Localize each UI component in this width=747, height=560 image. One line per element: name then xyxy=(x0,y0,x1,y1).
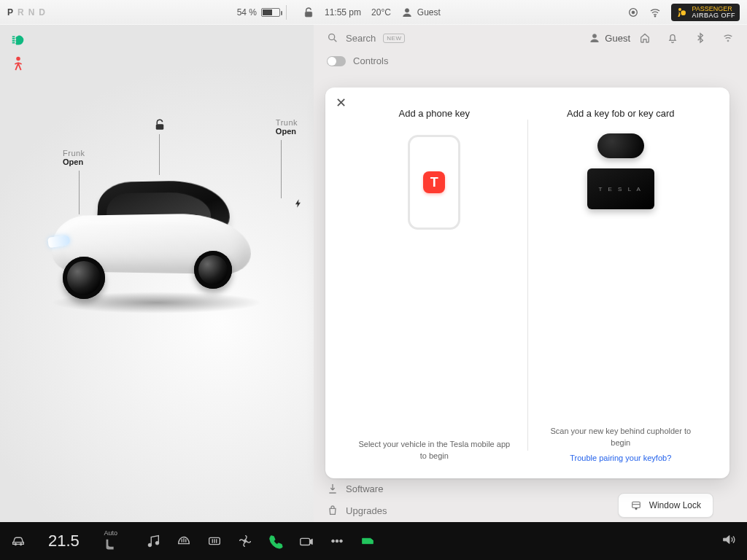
profile-name: Guest xyxy=(417,7,441,18)
charge-port-button[interactable] xyxy=(293,198,303,211)
defrost-rear-button[interactable] xyxy=(206,533,222,549)
seat-mode-label: Auto xyxy=(104,529,118,537)
vehicle-panel: Frunk Open Trunk Open xyxy=(0,25,314,522)
svg-point-15 xyxy=(20,543,22,545)
window-lock-button[interactable]: Window Lock xyxy=(618,493,713,518)
touchscreen: PRND 54 % 11:55 pm 20°C Guest PASSENGERA… xyxy=(0,0,747,560)
frunk-button[interactable]: Frunk Open xyxy=(63,149,85,166)
profile-menu[interactable]: Guest xyxy=(401,7,441,18)
seatbelt-warning-icon xyxy=(10,55,26,71)
settings-panel: Search NEW Guest Controls xyxy=(314,25,747,522)
profile-chip-label: Guest xyxy=(605,33,630,44)
svg-point-6 xyxy=(681,10,686,15)
vehicle-lock-button[interactable] xyxy=(153,118,166,134)
svg-point-7 xyxy=(16,57,20,61)
music-button[interactable] xyxy=(145,533,161,549)
toggle-icon xyxy=(327,56,346,66)
main-area: Frunk Open Trunk Open xyxy=(0,25,747,522)
option-title: Add a key fob or key card xyxy=(567,108,674,119)
keys-graphic: T E S L A xyxy=(587,133,654,209)
option-desc: Scan your new key behind cupholder to be… xyxy=(541,426,700,449)
status-bar: PRND 54 % 11:55 pm 20°C Guest PASSENGERA… xyxy=(0,0,747,25)
bluetooth-icon[interactable] xyxy=(694,32,706,44)
svg-rect-8 xyxy=(156,124,164,130)
option-title: Add a phone key xyxy=(399,108,471,119)
dashcam-button[interactable] xyxy=(360,533,376,549)
gear-selector: PRND xyxy=(7,7,50,18)
svg-point-19 xyxy=(244,540,247,542)
search-icon xyxy=(327,32,338,44)
svg-rect-0 xyxy=(305,12,311,17)
settings-search[interactable]: Search NEW xyxy=(327,32,580,44)
cabin-temp[interactable]: 21.5 xyxy=(48,532,80,551)
download-icon xyxy=(327,483,338,494)
bottom-dock: 21.5 Auto xyxy=(0,522,747,560)
more-apps-button[interactable] xyxy=(329,533,345,549)
battery-icon xyxy=(261,8,280,17)
home-icon[interactable] xyxy=(639,32,651,44)
camera-button[interactable] xyxy=(298,533,314,549)
person-icon xyxy=(401,7,413,18)
svg-point-4 xyxy=(654,15,656,17)
close-button[interactable]: ✕ xyxy=(336,96,347,109)
unlock-icon xyxy=(303,7,314,18)
add-phone-key-option[interactable]: Add a phone key T Select your vehicle in… xyxy=(341,105,527,465)
window-lock-icon xyxy=(630,499,642,511)
airbag-warning: PASSENGERAIRBAG OFF xyxy=(671,4,740,21)
bag-icon xyxy=(327,505,338,516)
car-controls-button[interactable] xyxy=(10,532,26,551)
keycard-graphic: T E S L A xyxy=(587,168,654,209)
battery-status[interactable]: 54 % xyxy=(237,7,280,18)
svg-point-16 xyxy=(148,543,152,547)
volume-button[interactable] xyxy=(721,532,737,551)
defrost-front-button[interactable] xyxy=(176,533,192,549)
sentry-icon[interactable] xyxy=(627,7,639,18)
person-icon xyxy=(589,32,600,44)
svg-point-10 xyxy=(593,34,597,38)
settings-tab-controls[interactable]: Controls xyxy=(314,51,747,71)
new-badge: NEW xyxy=(383,34,405,43)
search-label: Search xyxy=(346,33,376,44)
svg-point-17 xyxy=(155,541,159,545)
vehicle-render xyxy=(29,171,270,316)
svg-point-9 xyxy=(329,34,335,40)
add-keyfob-option[interactable]: Add a key fob or key card T E S L A Scan… xyxy=(528,105,713,465)
phone-button[interactable] xyxy=(268,533,284,549)
wifi-small-icon[interactable] xyxy=(722,32,734,44)
controls-label: Controls xyxy=(353,55,388,66)
keyfob-graphic xyxy=(597,133,644,158)
driver-profile-chip[interactable]: Guest xyxy=(589,32,630,44)
option-desc: Select your vehicle in the Tesla mobile … xyxy=(355,439,514,462)
telltale-cluster xyxy=(10,32,26,71)
window-lock-label: Window Lock xyxy=(649,500,701,510)
svg-point-13 xyxy=(635,508,637,510)
seat-heater-button[interactable]: Auto xyxy=(103,529,119,553)
bell-icon[interactable] xyxy=(667,32,678,44)
trouble-pairing-link[interactable]: Trouble pairing your keyfob? xyxy=(570,454,671,462)
lock-status[interactable] xyxy=(303,7,314,18)
wifi-icon[interactable] xyxy=(649,7,661,18)
svg-point-23 xyxy=(339,540,342,542)
svg-point-1 xyxy=(405,8,409,12)
tesla-app-icon: T xyxy=(423,171,445,193)
svg-point-11 xyxy=(727,40,729,42)
phone-graphic: T xyxy=(408,135,460,230)
svg-point-22 xyxy=(336,540,338,542)
svg-rect-20 xyxy=(301,538,310,545)
list-item-label: Upgrades xyxy=(346,505,387,516)
battery-percent: 54 % xyxy=(237,7,257,18)
svg-point-3 xyxy=(632,11,635,14)
fan-button[interactable] xyxy=(237,533,253,549)
add-key-modal: ✕ Add a phone key T Select your vehicle … xyxy=(325,88,729,478)
clock: 11:55 pm xyxy=(325,7,361,18)
svg-point-14 xyxy=(15,543,17,545)
headlight-icon xyxy=(10,32,26,48)
svg-point-5 xyxy=(678,8,681,11)
trunk-button[interactable]: Trunk Open xyxy=(276,118,298,136)
svg-point-21 xyxy=(331,540,334,542)
outside-temp[interactable]: 20°C xyxy=(371,7,391,18)
list-item-label: Software xyxy=(346,483,383,494)
